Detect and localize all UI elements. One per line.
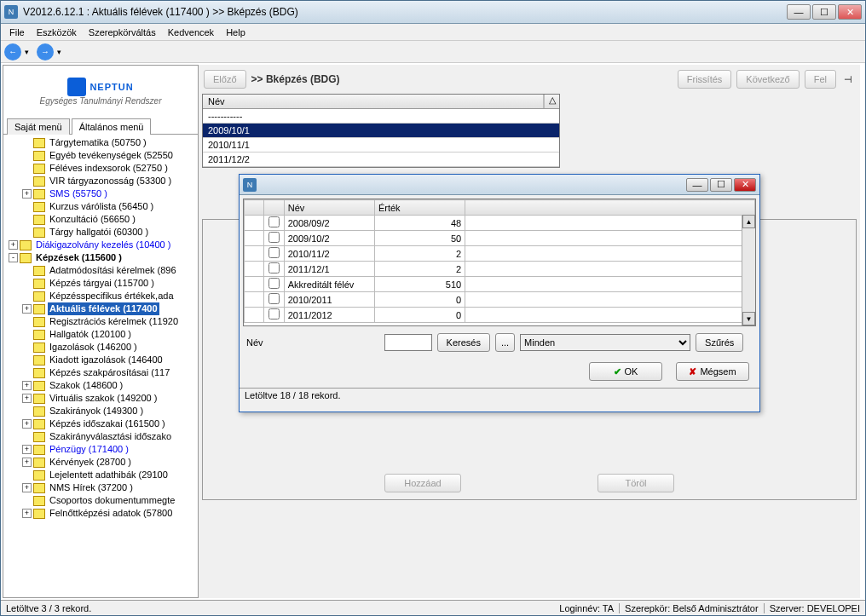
prev-button[interactable]: Előző [204,70,246,89]
dialog-row[interactable]: Akkreditált félév510 [245,277,755,292]
tree-label[interactable]: Tárgytematika (50750 ) [48,136,148,149]
grid-row[interactable]: 2010/11/1 [203,138,559,153]
nav-tree[interactable]: Tárgytematika (50750 )Egyéb tevékenysége… [3,135,198,597]
row-checkbox[interactable] [264,246,284,262]
tree-label[interactable]: Egyéb tevékenységek (52550 [48,149,175,162]
main-grid[interactable]: Név△ -----------2009/10/12010/11/12011/1… [202,94,560,168]
tree-node[interactable]: +Pénzügy (171400 ) [5,443,196,456]
tree-node[interactable]: +Diákigazolvány kezelés (10400 ) [5,239,196,251]
tree-node[interactable]: Féléves indexsorok (52750 ) [5,162,196,175]
tree-node[interactable]: Képzésspecifikus értékek,ada [5,290,196,302]
tree-label[interactable]: Igazolások (146200 ) [48,341,139,354]
maximize-button[interactable]: ☐ [812,4,836,20]
delete-button[interactable]: Töröl [598,474,674,492]
tree-node[interactable]: +Virtuális szakok (149200 ) [5,392,196,405]
tab-general-menu[interactable]: Általános menü [72,118,152,135]
menu-favorites[interactable]: Kedvencek [163,26,219,39]
tree-label[interactable]: Konzultáció (56650 ) [48,213,137,226]
filter-select[interactable]: Minden [520,334,690,351]
expand-icon[interactable]: + [22,381,32,390]
nav-forward-dropdown[interactable]: ▾ [57,48,66,56]
tree-node[interactable]: +SMS (55750 ) [5,187,196,200]
tree-label[interactable]: Szakirányválasztási időszako [48,430,173,443]
menu-roleswitch[interactable]: Szerepkörváltás [84,26,161,39]
refresh-button[interactable]: Frissítés [678,70,732,89]
expand-icon[interactable]: + [22,419,32,429]
tree-label[interactable]: Szakok (148600 ) [48,379,124,392]
dialog-grid[interactable]: Név Érték 2008/09/2482009/10/2502010/11/… [243,199,756,326]
dialog-row[interactable]: 2011/12/12 [245,262,755,277]
nav-back-button[interactable]: ← [4,43,21,60]
expand-icon[interactable]: + [22,509,32,518]
menu-file[interactable]: File [4,26,30,39]
expand-icon[interactable]: + [22,394,32,403]
grid-header-name[interactable]: Név [203,95,544,108]
tree-label[interactable]: SMS (55750 ) [48,187,109,200]
tree-label[interactable]: Csoportos dokumentummegte [48,494,176,507]
tree-node[interactable]: +Aktuális félévek (117400 [5,302,196,315]
tree-label[interactable]: Felnőttképzési adatok (57800 [48,507,174,520]
tree-label[interactable]: Képzések (115600 ) [34,251,124,264]
menu-tools[interactable]: Eszközök [32,26,82,39]
dialog-row[interactable]: 2010/11/22 [245,246,755,262]
tree-node[interactable]: VIR tárgyazonosság (53300 ) [5,175,196,187]
dialog-row[interactable]: 2010/20110 [245,292,755,308]
tree-label[interactable]: VIR tárgyazonosság (53300 ) [48,175,173,187]
tree-label[interactable]: Szakirányok (149300 ) [48,405,145,417]
grid-row[interactable]: ----------- [203,109,559,124]
pin-icon[interactable]: ⊣ [841,74,855,85]
tree-label[interactable]: Adatmódosítási kérelmek (896 [48,264,178,277]
scroll-down-icon[interactable]: ▼ [742,312,755,325]
tree-node[interactable]: +Felnőttképzési adatok (57800 [5,507,196,520]
next-button[interactable]: Következő [736,70,799,89]
expand-icon[interactable]: + [9,240,18,250]
tree-node[interactable]: Igazolások (146200 ) [5,341,196,354]
dialog-row[interactable]: 2008/09/248 [245,216,755,231]
tree-label[interactable]: Kurzus várólista (56450 ) [48,200,155,213]
tree-label[interactable]: Képzésspecifikus értékek,ada [48,290,176,302]
tree-label[interactable]: Diákigazolvány kezelés (10400 ) [34,239,172,251]
sort-indicator[interactable]: △ [544,95,559,108]
tree-label[interactable]: Lejelentett adathibák (29100 [48,469,170,481]
row-checkbox[interactable] [264,231,284,246]
browse-button[interactable]: ... [495,333,515,352]
tree-node[interactable]: Szakirányok (149300 ) [5,405,196,417]
tree-node[interactable]: +NMS Hírek (37200 ) [5,481,196,494]
minimize-button[interactable]: — [787,4,811,20]
tree-label[interactable]: Aktuális félévek (117400 [48,302,159,315]
dialog-maximize-button[interactable]: ☐ [710,178,732,192]
tree-node[interactable]: Képzés szakpárosításai (117 [5,366,196,379]
tree-node[interactable]: Tárgy hallgatói (60300 ) [5,226,196,239]
row-checkbox[interactable] [264,277,284,292]
nav-back-dropdown[interactable]: ▾ [25,48,33,56]
row-checkbox[interactable] [264,216,284,231]
expand-icon[interactable]: - [9,253,18,262]
tree-node[interactable]: Regisztrációs kérelmek (11920 [5,315,196,328]
nav-forward-button[interactable]: → [37,43,54,60]
tree-node[interactable]: Lejelentett adathibák (29100 [5,469,196,481]
tab-own-menu[interactable]: Saját menü [7,118,70,135]
tree-node[interactable]: Tárgytematika (50750 ) [5,136,196,149]
filter-input[interactable] [384,334,432,351]
tree-label[interactable]: Kérvények (28700 ) [48,456,133,469]
row-checkbox[interactable] [264,262,284,277]
dialog-row[interactable]: 2011/20120 [245,308,755,323]
tree-label[interactable]: NMS Hírek (37200 ) [48,481,135,494]
filter-button[interactable]: Szűrés [696,333,743,352]
up-button[interactable]: Fel [805,70,836,89]
ok-button[interactable]: ✔OK [589,362,662,381]
tree-label[interactable]: Képzés szakpárosításai (117 [48,366,171,379]
menu-help[interactable]: Help [221,26,251,39]
row-checkbox[interactable] [264,308,284,323]
grid-row[interactable]: 2009/10/1 [203,124,559,138]
close-button[interactable]: ✕ [838,4,862,20]
tree-node[interactable]: Konzultáció (56650 ) [5,213,196,226]
tree-node[interactable]: +Képzés időszakai (161500 ) [5,417,196,430]
tree-label[interactable]: Hallgatók (120100 ) [48,328,133,341]
tree-node[interactable]: Egyéb tevékenységek (52550 [5,149,196,162]
scroll-up-icon[interactable]: ▲ [742,215,755,228]
dialog-col-value[interactable]: Érték [374,200,465,216]
tree-label[interactable]: Képzés időszakai (161500 ) [48,417,167,430]
tree-label[interactable]: Képzés tárgyai (115700 ) [48,277,156,290]
tree-node[interactable]: Csoportos dokumentummegte [5,494,196,507]
